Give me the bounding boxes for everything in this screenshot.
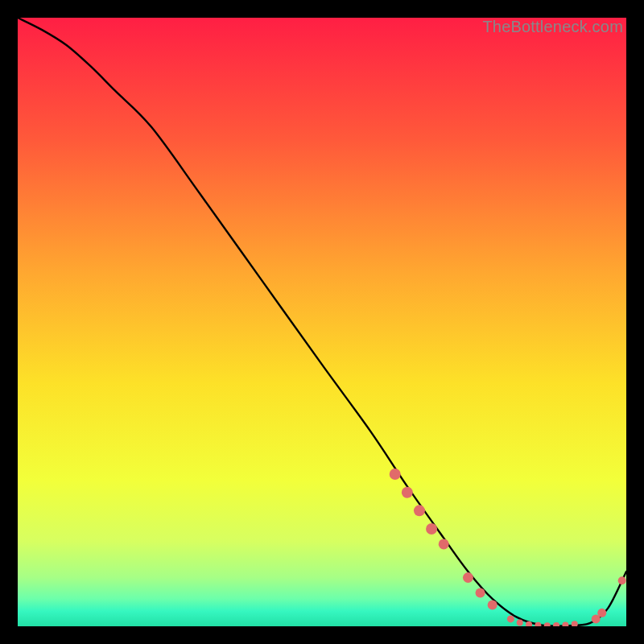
highlight-dot — [426, 523, 437, 535]
highlight-dot — [402, 487, 413, 498]
highlight-dot — [597, 609, 606, 617]
watermark-text: TheBottleneck.com — [482, 18, 623, 36]
chart-background — [18, 18, 626, 626]
highlight-dot — [476, 588, 485, 597]
highlight-dot — [390, 469, 401, 480]
highlight-dot — [414, 505, 425, 516]
highlight-dot — [618, 576, 626, 584]
highlight-dot — [488, 601, 497, 610]
highlight-dot — [507, 615, 514, 622]
chart-frame: TheBottleneck.com — [18, 18, 626, 626]
chart-svg — [18, 18, 626, 626]
highlight-dot — [439, 539, 449, 549]
highlight-dot — [463, 572, 473, 583]
highlight-dot — [517, 619, 523, 625]
